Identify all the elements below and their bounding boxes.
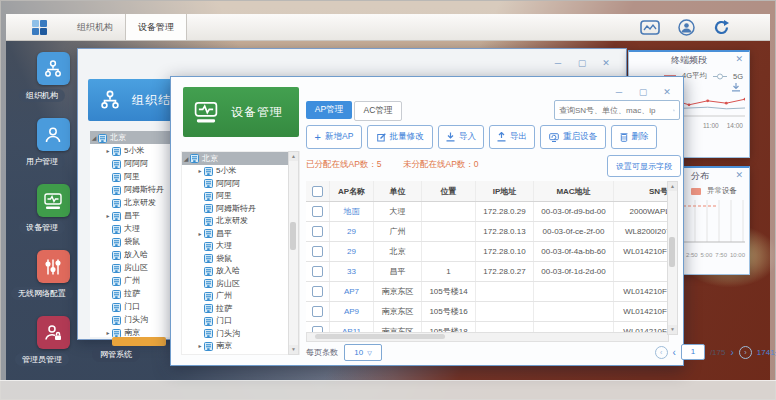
search-icon[interactable] xyxy=(673,105,675,116)
search-input[interactable] xyxy=(555,106,673,115)
table-cell: 南京东区 xyxy=(374,282,422,301)
tab-org-structure[interactable]: 组织机构 xyxy=(65,14,125,40)
sidebar-item-devices[interactable]: 设备管理 xyxy=(6,184,78,234)
row-checkbox[interactable] xyxy=(312,286,323,297)
next-page-button[interactable]: › xyxy=(730,347,733,358)
scroll-up-icon[interactable]: ▲ xyxy=(668,182,677,191)
tree-caret-icon[interactable]: ▸ xyxy=(104,147,112,154)
tree-item-label: 拉萨 xyxy=(124,288,140,299)
sidebar-item-wireless-config[interactable]: 无线网络配置 xyxy=(6,250,78,300)
export-button[interactable]: 导出 xyxy=(489,125,535,149)
select-all-checkbox[interactable] xyxy=(312,186,323,197)
legend-swatch xyxy=(691,188,701,195)
tree-caret-icon[interactable]: ▸ xyxy=(196,342,204,349)
tree-caret-icon[interactable]: ◢ xyxy=(182,155,190,162)
tree-item[interactable]: 阿姆斯特丹 xyxy=(182,202,299,215)
tree-item[interactable]: 阿里 xyxy=(182,190,299,203)
tree-item-label: 北京研发 xyxy=(216,215,248,226)
scroll-up-icon[interactable]: ▲ xyxy=(289,152,298,161)
tree-item[interactable]: 拉萨 xyxy=(182,302,299,315)
tree-item[interactable]: ▸南京 xyxy=(182,340,299,353)
page-total: /175 xyxy=(710,348,726,357)
row-checkbox[interactable] xyxy=(312,246,323,257)
page-number-input[interactable]: 1 xyxy=(681,344,705,360)
chart-icon[interactable] xyxy=(640,20,660,35)
tree-caret-icon[interactable]: ▸ xyxy=(196,167,204,174)
tree-item[interactable]: 北京研发 xyxy=(182,215,299,228)
tab-ac-management[interactable]: AC管理 xyxy=(354,101,402,121)
table-row[interactable]: AP9南京东区105号楼16WL014210F328000 xyxy=(306,302,676,322)
tab-device-management[interactable]: 设备管理 xyxy=(125,14,187,40)
download-icon[interactable] xyxy=(731,82,741,92)
minimize-button[interactable]: ─ xyxy=(552,57,564,69)
display-fields-button[interactable]: 设置可显示字段 xyxy=(607,155,681,177)
tree-item[interactable]: 大理 xyxy=(182,240,299,253)
close-icon[interactable]: ✕ xyxy=(735,170,743,180)
tree-item[interactable]: 房山区 xyxy=(182,277,299,290)
tree-item-label: 广州 xyxy=(216,290,232,301)
tree-item[interactable]: 广州 xyxy=(182,290,299,303)
tree-caret-icon[interactable]: ▸ xyxy=(104,329,112,336)
sidebar-item-users[interactable]: 用户管理 xyxy=(6,118,78,168)
row-checkbox[interactable] xyxy=(312,206,323,217)
tree-caret-icon[interactable]: ◢ xyxy=(90,134,98,141)
hscroll-thumb[interactable] xyxy=(315,334,445,339)
maximize-button[interactable]: ▢ xyxy=(576,57,588,69)
last-page-button[interactable]: › xyxy=(739,346,752,359)
tree-caret-icon[interactable]: ▸ xyxy=(104,212,112,219)
tree-item[interactable]: 门头沟 xyxy=(182,327,299,340)
scroll-down-icon[interactable]: ▼ xyxy=(289,345,298,354)
tab-ap-management[interactable]: AP管理 xyxy=(306,101,352,119)
row-checkbox[interactable] xyxy=(312,266,323,277)
table-row[interactable]: 29北京172.28.0.1000-03-0f-4a-bb-60WL014210… xyxy=(306,242,676,262)
refresh-icon[interactable] xyxy=(713,19,730,36)
tree-root-item[interactable]: ◢北京 xyxy=(182,152,299,165)
table-row[interactable]: AP7南京东区105号楼14WL014210F328000 xyxy=(306,282,676,302)
close-button[interactable]: ✕ xyxy=(661,86,673,98)
ap-table: AP名称单位位置IP地址MAC地址SN号 地面大理172.28.0.2900-0… xyxy=(306,181,676,333)
row-checkbox[interactable] xyxy=(312,226,323,237)
reboot-device-button[interactable]: 重启设备 xyxy=(540,125,606,149)
tree-item[interactable]: 阿阿阿 xyxy=(182,177,299,190)
import-button[interactable]: 导入 xyxy=(438,125,484,149)
account-icon[interactable] xyxy=(678,19,695,36)
maximize-button[interactable]: ▢ xyxy=(637,86,649,98)
tree-item[interactable]: 袋鼠 xyxy=(182,252,299,265)
first-page-button[interactable]: ‹ xyxy=(655,346,668,359)
tree-item-label: 阿里 xyxy=(124,171,140,182)
tree-item[interactable]: 门口 xyxy=(182,315,299,328)
search-box xyxy=(554,100,680,120)
sliders-icon xyxy=(37,250,70,283)
tree-scrollbar[interactable]: ▲ ▼ xyxy=(288,151,299,355)
batch-edit-button[interactable]: 批量修改 xyxy=(367,125,433,149)
close-icon[interactable]: ✕ xyxy=(735,54,743,64)
tree-item[interactable]: ▸昌平 xyxy=(182,227,299,240)
delete-button[interactable]: 删除 xyxy=(611,125,657,149)
sidebar-item-org[interactable]: 组织机构 xyxy=(6,52,78,102)
scroll-down-icon[interactable]: ▼ xyxy=(668,325,677,334)
tree-item-label: 放入哈 xyxy=(124,249,148,260)
tree-item-label: 门口 xyxy=(124,301,140,312)
tree-item-label: 广州 xyxy=(124,275,140,286)
tree-item-label: 门头沟 xyxy=(216,328,240,339)
close-button[interactable]: ✕ xyxy=(600,57,612,69)
table-hscrollbar[interactable] xyxy=(306,332,669,342)
tree-item-label: 房山区 xyxy=(216,278,240,289)
tree-caret-icon[interactable]: ▸ xyxy=(196,230,204,237)
table-row[interactable]: 33昌平1172.28.0.2700-03-0f-1d-2d-00 xyxy=(306,262,676,282)
tree-item[interactable]: 放入哈 xyxy=(182,265,299,278)
prev-page-button[interactable]: ‹ xyxy=(673,347,676,358)
table-row[interactable]: 地面大理172.28.0.2900-03-0f-d9-bd-002000WAPL… xyxy=(306,202,676,222)
row-checkbox[interactable] xyxy=(312,306,323,317)
add-ap-button[interactable]: + 新增AP xyxy=(306,125,362,149)
sidebar-item-admins[interactable]: 管理员管理 xyxy=(6,316,78,366)
per-page-select[interactable]: 10 ▽ xyxy=(344,344,382,361)
legend-label: 异常设备 xyxy=(707,186,737,196)
sidebar-label: 设备管理 xyxy=(19,221,65,234)
table-vscrollbar[interactable]: ▲ ▼ xyxy=(667,181,678,335)
window-frame-right xyxy=(770,14,776,380)
minimize-button[interactable]: ─ xyxy=(613,86,625,98)
tree-item[interactable]: ▸5小米 xyxy=(182,165,299,178)
org-chart-icon xyxy=(98,89,122,111)
table-row[interactable]: 29广州172.28.0.1300-03-0f-ce-2f-00WL8200I2… xyxy=(306,222,676,242)
